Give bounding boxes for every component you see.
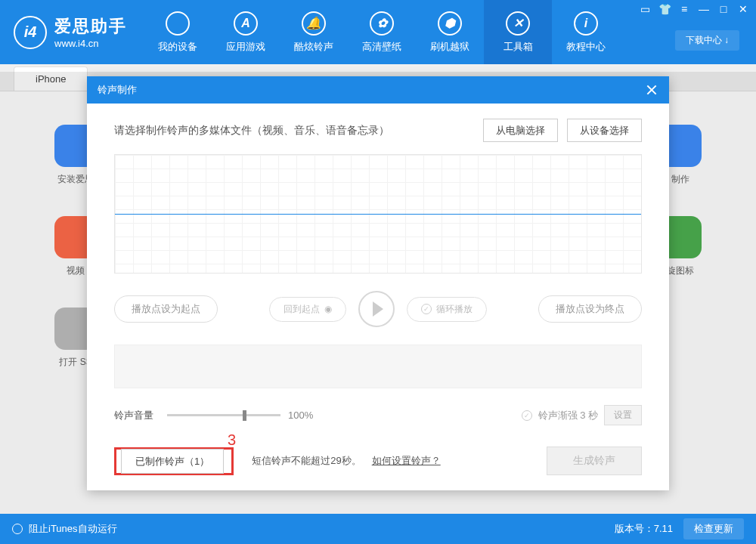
generate-ringtone-button[interactable]: 生成铃声 [547,447,642,475]
app-subtitle: www.i4.cn [54,38,127,49]
trim-preview [114,345,642,388]
wrench-icon: ✕ [506,11,530,36]
modal-close-icon[interactable] [645,83,658,97]
chat-icon[interactable]: ▭ [637,3,653,17]
choose-from-pc-button[interactable]: 从电脑选择 [483,119,558,142]
flower-icon: ✿ [370,11,394,36]
nav-apps-games[interactable]: A应用游戏 [212,0,280,64]
volume-label: 铃声音量 [114,409,153,422]
play-icon [373,301,383,317]
app-title: 爱思助手 [54,15,127,38]
bell-icon: 🔔 [302,11,326,36]
nav-wallpapers[interactable]: ✿高清壁纸 [348,0,416,64]
back-to-start-button[interactable]: 回到起点◉ [269,297,346,322]
info-icon: i [574,11,598,36]
maximize-icon[interactable]: □ [715,3,732,17]
fade-label: 铃声渐强 3 秒 [538,409,598,422]
logo-block: i4 爱思助手 www.i4.cn [0,0,144,64]
nav-tutorials[interactable]: i教程中心 [552,0,620,64]
apple-icon [166,11,190,36]
window-controls: ▭ 👕 ≡ — □ ✕ [637,3,751,17]
nav-toolbox[interactable]: ✕工具箱 [484,0,552,64]
checkbox-icon: ✓ [421,304,432,314]
logo-icon: i4 [14,16,47,49]
nav-ringtones[interactable]: 🔔酷炫铃声 [280,0,348,64]
menu-icon[interactable]: ≡ [676,3,692,17]
slider-knob[interactable] [243,410,246,421]
waveform-baseline [115,214,641,215]
volume-value: 100% [288,410,313,421]
made-ringtones-button[interactable]: 已制作铃声（1） [121,449,224,474]
volume-slider[interactable] [167,414,280,416]
fade-check-icon: ✓ [522,410,532,421]
shirt-icon[interactable]: 👕 [656,3,673,17]
fade-settings-button[interactable]: 设置 [604,405,642,425]
choose-from-device-button[interactable]: 从设备选择 [567,119,642,142]
apps-icon: A [234,11,258,36]
modal-overlay: 铃声制作 请选择制作铃声的多媒体文件（视频、音乐、语音备忘录） 从电脑选择 从设… [0,72,756,514]
modal-title: 铃声制作 [98,83,137,97]
app-header: i4 爱思助手 www.i4.cn 我的设备 A应用游戏 🔔酷炫铃声 ✿高清壁纸… [0,0,756,64]
nav-my-device[interactable]: 我的设备 [144,0,212,64]
version-label: 版本号：7.11 [615,522,673,536]
box-icon: ⬢ [438,11,462,36]
annotation-box-3: 3 已制作铃声（1） [114,447,234,475]
play-button[interactable] [358,291,395,327]
set-start-button[interactable]: 播放点设为起点 [114,295,218,323]
playback-controls: 播放点设为起点 回到起点◉ ✓循环播放 播放点设为终点 [114,290,642,328]
minimize-icon[interactable]: — [696,3,712,17]
close-window-icon[interactable]: ✕ [735,3,751,17]
download-center-button[interactable]: 下载中心 ↓ [675,30,739,51]
status-bar: 阻止iTunes自动运行 版本号：7.11 检查更新 [0,514,756,544]
status-dot-icon [12,524,23,534]
how-set-ringtone-link[interactable]: 如何设置铃声？ [372,454,441,468]
check-update-button[interactable]: 检查更新 [683,518,744,539]
modal-header: 铃声制作 [87,76,669,104]
ringtone-maker-modal: 铃声制作 请选择制作铃声的多媒体文件（视频、音乐、语音备忘录） 从电脑选择 从设… [87,76,669,490]
nav-jailbreak[interactable]: ⬢刷机越狱 [416,0,484,64]
block-itunes-toggle[interactable]: 阻止iTunes自动运行 [29,522,117,536]
loop-play-toggle[interactable]: ✓循环播放 [407,297,487,322]
waveform-panel[interactable] [114,154,642,274]
select-file-hint: 请选择制作铃声的多媒体文件（视频、音乐、语音备忘录） [114,124,389,138]
modal-footer: 3 已制作铃声（1） 短信铃声不能超过29秒。 如何设置铃声？ 生成铃声 [114,447,642,475]
sms-length-hint: 短信铃声不能超过29秒。 [252,454,361,468]
set-end-button[interactable]: 播放点设为终点 [538,295,642,323]
volume-row: 铃声音量 100% ✓ 铃声渐强 3 秒 设置 [114,405,642,425]
annotation-number-3: 3 [228,431,236,449]
